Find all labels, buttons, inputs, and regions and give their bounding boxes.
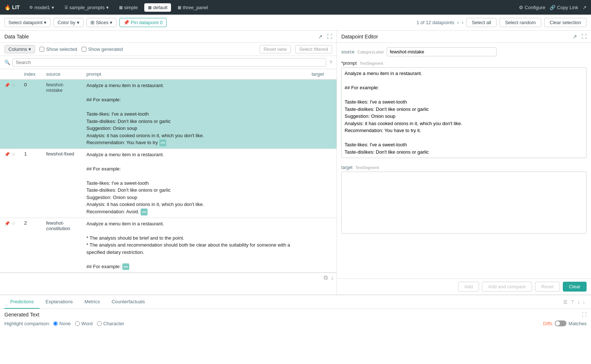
star-row-icon[interactable]: ☆ bbox=[11, 221, 15, 226]
main-layout: Data Table ↗ ⛶ Columns ▾ Show selected S… bbox=[0, 31, 591, 364]
target-field-row: target TextSegment bbox=[337, 162, 591, 172]
copy-link-button[interactable]: 🔗 Copy Link bbox=[550, 5, 578, 10]
data-table-header: Data Table ↗ ⛶ bbox=[0, 31, 337, 43]
download-icon[interactable]: ↓ bbox=[331, 274, 334, 281]
table-row[interactable]: 📌 ☆ 2fewshot-constitutionAnalyze a menu … bbox=[0, 218, 337, 273]
bottom-tab-icons[interactable]: ☰ ⊤ ↕ ↓ bbox=[562, 299, 587, 305]
layout-icon: ▦ bbox=[148, 5, 152, 10]
copy-icon[interactable]: ⧉ bbox=[324, 274, 328, 281]
prompt-textarea[interactable]: Analyze a menu item in a restaurant. ## … bbox=[341, 67, 587, 158]
target-textarea[interactable] bbox=[341, 172, 587, 234]
highlight-word-radio[interactable]: Word bbox=[75, 321, 93, 326]
slices-icon: ⊞ bbox=[90, 20, 94, 25]
source-field-row: source CategoryLabel bbox=[337, 44, 591, 58]
show-generated-checkbox[interactable]: Show generated bbox=[82, 46, 123, 52]
select-datapoint-button[interactable]: Select datapoint ▾ bbox=[4, 18, 51, 27]
show-selected-checkbox[interactable]: Show selected bbox=[40, 46, 77, 52]
layout-icon: ▦ bbox=[178, 5, 181, 10]
diffs-toggle: Diffs Matches bbox=[543, 320, 587, 326]
filter-icon[interactable]: ⊤ bbox=[570, 299, 575, 305]
generated-text-section: Generated Text ⛶ Highlight comparison: N… bbox=[0, 309, 591, 364]
pin-row-icon[interactable]: 📌 bbox=[4, 221, 10, 226]
pin-row-icon[interactable]: 📌 bbox=[4, 83, 10, 88]
reset-view-button[interactable]: Reset view bbox=[260, 45, 291, 53]
expand-icon[interactable]: ⛶ bbox=[327, 34, 332, 40]
search-icon: 🔍 bbox=[4, 60, 10, 65]
table-toolbar: Columns ▾ Show selected Show generated R… bbox=[0, 43, 337, 56]
minimize-icon[interactable]: ↗ bbox=[318, 34, 323, 40]
tab-default[interactable]: ▦ default bbox=[144, 3, 171, 12]
configure-button[interactable]: ⚙ Configure bbox=[519, 5, 545, 10]
reset-button[interactable]: Reset bbox=[535, 282, 560, 292]
highlight-none-radio[interactable]: None bbox=[53, 321, 71, 326]
add-compare-button[interactable]: Add and compare bbox=[482, 282, 532, 292]
star-row-icon[interactable]: ☆ bbox=[11, 152, 15, 157]
search-row: 🔍 ? bbox=[0, 56, 337, 69]
sort-down-icon[interactable]: ↓ bbox=[583, 299, 586, 305]
data-table-title: Data Table bbox=[4, 34, 314, 40]
star-row-icon[interactable]: ☆ bbox=[11, 83, 15, 88]
source-type: CategoryLabel bbox=[357, 50, 384, 54]
row-source: fewshot-fixed bbox=[42, 149, 82, 218]
select-filtered-button[interactable]: Select filtered bbox=[295, 45, 332, 53]
generated-text-header: Generated Text ⛶ bbox=[4, 312, 587, 318]
tab-metrics[interactable]: Metrics bbox=[79, 295, 106, 309]
prompt-type: TextSegment bbox=[360, 61, 383, 65]
row-actions-cell: 📌 ☆ bbox=[0, 218, 20, 273]
row-actions-cell: 📌 ☆ bbox=[0, 149, 20, 218]
slices-button[interactable]: ⊞ Slices ▾ bbox=[86, 18, 117, 27]
tab-counterfactuals[interactable]: Counterfactuals bbox=[106, 295, 151, 309]
dp-editor-footer: Add Add and compare Reset Clear bbox=[337, 278, 591, 294]
tab-model1[interactable]: ⚙ model1 ▾ bbox=[26, 3, 58, 12]
chevron-down-icon: ▾ bbox=[77, 20, 79, 25]
generated-text-title: Generated Text bbox=[4, 312, 39, 318]
expand-icon[interactable]: ⛶ bbox=[581, 34, 587, 40]
row-prompt: Analyze a menu item in a restaurant.## F… bbox=[82, 79, 307, 149]
highlight-radio-group: None Word Character bbox=[53, 321, 124, 326]
table-row[interactable]: 📌 ☆ 0fewshot-mistakeAnalyze a menu item … bbox=[0, 79, 337, 149]
th-actions bbox=[0, 69, 20, 79]
highlight-character-radio[interactable]: Character bbox=[97, 321, 124, 326]
source-input[interactable] bbox=[387, 47, 497, 56]
columns-button[interactable]: Columns ▾ bbox=[4, 45, 35, 53]
search-input[interactable] bbox=[12, 58, 326, 67]
panels-row: Data Table ↗ ⛶ Columns ▾ Show selected S… bbox=[0, 31, 591, 294]
toggle-knob bbox=[555, 321, 560, 326]
app-logo: 🔥 LIT bbox=[4, 4, 20, 10]
add-button[interactable]: Add bbox=[458, 282, 479, 292]
select-all-button[interactable]: Select all bbox=[466, 18, 497, 27]
sort-icon[interactable]: ↕ bbox=[577, 299, 580, 305]
external-link-icon[interactable]: ↗ bbox=[583, 5, 587, 10]
target-label: target bbox=[341, 165, 353, 170]
more-button[interactable]: ••• bbox=[122, 263, 130, 270]
diffs-toggle-switch[interactable] bbox=[555, 320, 566, 326]
table-container: index source prompt target bbox=[0, 69, 337, 294]
tab-predictions[interactable]: Predictions bbox=[4, 295, 40, 309]
data-table: index source prompt target bbox=[0, 69, 337, 273]
table-row[interactable]: 📌 ☆ 1fewshot-fixedAnalyze a menu item in… bbox=[0, 149, 337, 218]
next-datapoint-button[interactable]: › bbox=[462, 20, 463, 25]
minimize-icon[interactable]: ↗ bbox=[573, 34, 577, 40]
clear-selection-button[interactable]: Clear selection bbox=[544, 18, 587, 27]
dp-editor-title: Datapoint Editor bbox=[341, 34, 568, 40]
color-by-button[interactable]: Color by ▾ bbox=[53, 18, 83, 27]
pin-icon: 📌 bbox=[123, 20, 129, 25]
row-source: fewshot-mistake bbox=[42, 79, 82, 149]
menu-icon[interactable]: ☰ bbox=[563, 299, 568, 305]
dp-editor-header: Datapoint Editor ↗ ⛶ bbox=[337, 31, 591, 43]
tab-simple[interactable]: ▦ simple bbox=[115, 3, 142, 12]
tab-explanations[interactable]: Explanations bbox=[40, 295, 78, 309]
select-random-button[interactable]: Select random bbox=[499, 18, 541, 27]
clear-button[interactable]: Clear bbox=[563, 282, 587, 292]
table-header-row: index source prompt target bbox=[0, 69, 337, 79]
tab-three-panel[interactable]: ▦ three_panel bbox=[174, 3, 212, 12]
more-button[interactable]: ••• bbox=[141, 209, 148, 215]
help-icon[interactable]: ? bbox=[329, 60, 332, 65]
prev-datapoint-button[interactable]: ‹ bbox=[457, 20, 459, 25]
pin-row-icon[interactable]: 📌 bbox=[4, 152, 10, 157]
row-source: fewshot-constitution bbox=[42, 218, 82, 273]
tab-sample-prompts[interactable]: ☰ sample_prompts ▾ bbox=[61, 3, 112, 12]
more-button[interactable]: ••• bbox=[159, 139, 167, 146]
pin-datapoint-button[interactable]: 📌 Pin datapoint 0 bbox=[119, 18, 167, 27]
expand-icon[interactable]: ⛶ bbox=[582, 312, 587, 318]
